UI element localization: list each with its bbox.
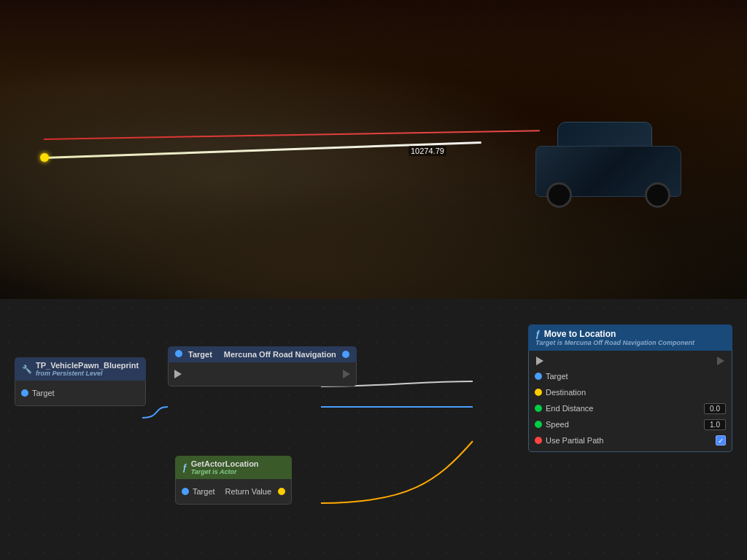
node-mercuna[interactable]: Target Mercuna Off Road Navigation	[168, 346, 357, 386]
actor-function-icon: ƒ	[182, 462, 187, 472]
blueprint-editor: 🔧 TP_VehiclePawn_Blueprint from Persiste…	[0, 299, 747, 560]
move-exec-row	[529, 354, 732, 368]
move-partial-path-label: Use Partial Path	[546, 436, 712, 445]
move-header: ƒ Move to Location Target is Mercuna Off…	[528, 324, 732, 351]
function-icon: ƒ	[535, 329, 541, 339]
vehicle-body: Target	[15, 381, 146, 406]
move-end-dist-pin	[535, 405, 542, 412]
node-get-actor-location[interactable]: ƒ GetActorLocation Target is Actor Targe…	[175, 456, 292, 505]
move-exec-out	[717, 357, 724, 365]
move-subtitle: Target is Mercuna Off Road Navigation Co…	[535, 339, 725, 346]
move-destination-row: Destination	[529, 384, 732, 400]
move-end-dist-value[interactable]: 0.0	[704, 403, 726, 414]
node-mercuna-header: Target Mercuna Off Road Navigation	[168, 346, 357, 362]
car-wheel-left	[546, 182, 572, 208]
viewport: 10274.79	[0, 0, 747, 299]
actor-target-row: Target Return Value	[176, 483, 291, 499]
actor-return-label: Return Value	[225, 487, 271, 496]
vehicle-pin-label: Target	[32, 389, 139, 397]
actor-body: Target Return Value	[175, 479, 292, 505]
exec-out-icon	[343, 370, 350, 378]
move-target-row: Target	[529, 368, 732, 384]
move-body: Target Destination End Distance 0.0 Spee…	[528, 351, 732, 452]
path-start-dot	[40, 153, 49, 162]
move-speed-value[interactable]: 1.0	[704, 419, 726, 430]
mercuna-exec-row	[169, 367, 356, 381]
vehicle-pin-row: Target	[15, 385, 145, 401]
move-speed-pin	[535, 421, 542, 428]
mercuna-output-label: Mercuna Off Road Navigation	[224, 350, 336, 359]
actor-title: GetActorLocation	[191, 459, 259, 468]
mercuna-target-label: Target	[188, 350, 212, 359]
node-move-to-location[interactable]: ƒ Move to Location Target is Mercuna Off…	[528, 324, 732, 452]
move-end-distance-row: End Distance 0.0	[529, 400, 732, 416]
move-end-dist-label: End Distance	[546, 404, 700, 413]
move-partial-path-checkbox[interactable]: ✓	[716, 435, 726, 446]
move-destination-label: Destination	[546, 388, 726, 397]
exec-in-icon	[174, 370, 182, 378]
car-shape	[528, 109, 689, 211]
move-partial-path-pin	[535, 437, 542, 444]
node-vehicle-header: 🔧 TP_VehiclePawn_Blueprint from Persiste…	[15, 357, 146, 381]
move-partial-path-row: Use Partial Path ✓	[529, 432, 732, 448]
move-speed-label: Speed	[546, 420, 700, 429]
mercuna-body	[168, 362, 357, 386]
mercuna-input-pin	[175, 350, 182, 357]
move-title: Move to Location	[544, 329, 616, 339]
move-target-label: Target	[546, 372, 726, 381]
actor-return-pin	[278, 488, 285, 495]
node-vehicle-pawn[interactable]: 🔧 TP_VehiclePawn_Blueprint from Persiste…	[15, 357, 146, 406]
vehicle-subtitle: from Persistent Level	[36, 370, 139, 377]
actor-header: ƒ GetActorLocation Target is Actor	[175, 456, 292, 479]
move-exec-in	[536, 357, 543, 365]
distance-label: 10274.79	[409, 146, 446, 156]
move-destination-pin	[535, 389, 542, 396]
move-speed-row: Speed 1.0	[529, 416, 732, 432]
vehicle-title: TP_VehiclePawn_Blueprint	[36, 361, 139, 370]
mercuna-output-pin	[342, 351, 349, 358]
vehicle-icon: 🔧	[22, 365, 32, 374]
actor-target-label: Target	[193, 487, 222, 496]
vehicle-output-pin	[21, 389, 28, 397]
move-target-pin	[535, 373, 542, 380]
car-wheel-right	[645, 182, 670, 208]
actor-subtitle: Target is Actor	[191, 468, 259, 475]
actor-target-pin	[182, 488, 189, 495]
